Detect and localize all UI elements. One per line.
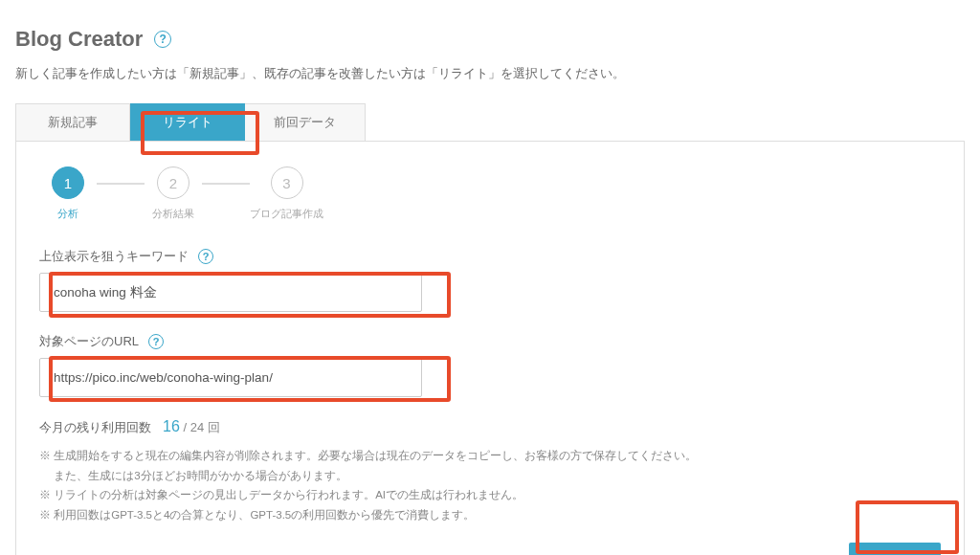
usage-label: 今月の残り利用回数	[39, 419, 151, 436]
page-title: Blog Creator	[15, 27, 143, 52]
usage-total: / 24 回	[183, 420, 219, 434]
page-subtitle: 新しく記事を作成したい方は「新規記事」、既存の記事を改善したい方は「リライト」を…	[15, 65, 965, 82]
step-1: 1 分析	[39, 166, 97, 221]
step-connector	[202, 183, 250, 185]
usage-count: 16	[163, 418, 180, 434]
keyword-label: 上位表示を狙うキーワード	[39, 248, 189, 265]
main-panel: 1 分析 2 分析結果 3 ブログ記事作成 上位表示を狙うキーワード ?	[15, 142, 965, 555]
step-1-circle: 1	[52, 166, 84, 199]
step-2: 2 分析結果	[145, 166, 202, 221]
tab-bar: 新規記事 リライト 前回データ	[15, 103, 965, 142]
note-line: また、生成には3分ほどお時間がかかる場合があります。	[39, 466, 941, 486]
keyword-input[interactable]	[39, 273, 422, 312]
step-indicator: 1 分析 2 分析結果 3 ブログ記事作成	[39, 166, 941, 221]
step-3-circle: 3	[271, 166, 303, 199]
note-line: ※ 生成開始をすると現在の編集内容が削除されます。必要な場合は現在のデータをコピ…	[39, 446, 941, 466]
step-3: 3 ブログ記事作成	[250, 166, 323, 221]
step-1-label: 分析	[39, 207, 97, 221]
help-icon[interactable]: ?	[148, 334, 164, 349]
step-2-circle: 2	[157, 166, 189, 199]
step-3-label: ブログ記事作成	[250, 207, 323, 221]
analyze-button[interactable]: 分析開始	[849, 543, 941, 555]
url-input[interactable]	[39, 358, 422, 397]
usage-notes: ※ 生成開始をすると現在の編集内容が削除されます。必要な場合は現在のデータをコピ…	[39, 446, 941, 525]
step-connector	[97, 183, 145, 185]
step-2-label: 分析結果	[145, 207, 202, 221]
url-label: 対象ページのURL	[39, 333, 139, 350]
tab-new-article[interactable]: 新規記事	[15, 103, 130, 141]
tab-rewrite[interactable]: リライト	[130, 103, 245, 141]
help-icon[interactable]: ?	[198, 249, 213, 264]
note-line: ※ リライトの分析は対象ページの見出しデータから行われます。AIでの生成は行われ…	[39, 485, 941, 505]
help-icon[interactable]: ?	[154, 31, 171, 48]
note-line: ※ 利用回数はGPT-3.5と4の合算となり、GPT-3.5の利用回数から優先で…	[39, 505, 941, 525]
tab-previous-data[interactable]: 前回データ	[245, 103, 366, 141]
